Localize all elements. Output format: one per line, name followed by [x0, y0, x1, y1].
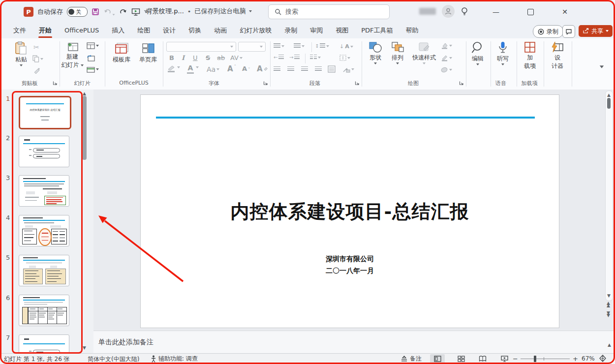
tab-view[interactable]: 视图	[329, 24, 355, 38]
paragraph-dialog-launcher[interactable]	[355, 81, 360, 86]
font-name-select[interactable]	[166, 42, 236, 52]
slideshow-view-button[interactable]	[497, 354, 512, 364]
quick-styles-button[interactable]: 快速样式	[410, 41, 438, 64]
text-shadow-button[interactable]: S	[206, 54, 210, 61]
undo-button[interactable]	[103, 8, 115, 16]
tab-slideshow[interactable]: 幻灯片放映	[233, 24, 278, 38]
maximize-button[interactable]	[523, 4, 538, 19]
font-dialog-launcher[interactable]	[263, 81, 268, 86]
tab-draw[interactable]: 绘图	[131, 24, 156, 38]
language-status[interactable]: 简体中文(中国大陆)	[88, 355, 139, 364]
text-highlight-button[interactable]	[167, 65, 175, 72]
align-right-button[interactable]	[301, 66, 308, 72]
notes-scroll-up-icon[interactable]: ▲	[608, 343, 611, 347]
arrange-button[interactable]: 排列	[388, 41, 407, 64]
dictate-button[interactable]: 听写	[491, 41, 515, 65]
close-button[interactable]: ✕	[557, 4, 572, 19]
thumbnail-scrollbar[interactable]: ▲ ▼	[81, 90, 89, 353]
tab-insert[interactable]: 插入	[105, 24, 131, 38]
tab-officeplus[interactable]: OfficePLUS	[58, 24, 105, 38]
tab-review[interactable]: 审阅	[304, 24, 329, 38]
smartart-convert-button[interactable]	[342, 66, 354, 73]
lightbulb-icon[interactable]	[461, 7, 468, 16]
character-spacing-button[interactable]: AV	[230, 54, 243, 61]
reading-view-button[interactable]	[475, 354, 490, 364]
redo-button[interactable]	[119, 8, 127, 16]
comments-button[interactable]	[562, 25, 575, 38]
shape-effects-button[interactable]	[441, 67, 452, 73]
new-slide-button[interactable]: 新建 幻灯片	[61, 41, 84, 69]
drawing-dialog-launcher[interactable]	[459, 81, 464, 86]
thumbnail-scrollbar-thumb[interactable]	[82, 96, 87, 160]
thumbnail-scroll-up-icon[interactable]: ▲	[83, 91, 86, 95]
tab-home[interactable]: 开始	[32, 24, 58, 38]
slide-thumbnail-7[interactable]	[19, 334, 69, 353]
notes-pane[interactable]: 单击此处添加备注 ▲	[93, 331, 615, 354]
search-input[interactable]: 搜索	[268, 4, 390, 19]
editing-button[interactable]: 编辑	[466, 41, 489, 65]
justify-button[interactable]	[315, 66, 322, 72]
font-color-button[interactable]: A	[187, 64, 194, 74]
shape-fill-button[interactable]	[441, 42, 452, 49]
main-scrollbar[interactable]: ▲ ▼	[605, 91, 613, 301]
increase-indent-button[interactable]: →	[289, 55, 300, 60]
designer-button[interactable]: 设计器	[545, 41, 570, 70]
slide-date[interactable]: 二〇一八年一月	[141, 267, 559, 275]
reset-slide-button[interactable]	[87, 54, 95, 61]
autosave-toggle[interactable]: 关	[67, 7, 88, 17]
slide-thumbnail-3[interactable]	[19, 175, 69, 207]
columns-button[interactable]	[310, 55, 321, 60]
grow-font-button[interactable]: Aˆ	[227, 64, 236, 73]
distribute-button[interactable]	[328, 65, 336, 73]
font-color-dropdown[interactable]	[196, 66, 199, 68]
document-title[interactable]: 背景纹理.p...	[146, 7, 184, 16]
underline-button[interactable]: U	[193, 54, 198, 61]
thumbnail-scroll-down-icon[interactable]: ▼	[83, 346, 86, 350]
slide-title[interactable]: 内控体系建设项目-总结汇报	[141, 199, 559, 224]
tab-design[interactable]: 设计	[156, 24, 182, 38]
clear-formatting-button[interactable]: A	[257, 64, 268, 73]
tab-transitions[interactable]: 切换	[182, 24, 208, 38]
tab-pdf-toolbox[interactable]: PDF工具箱	[355, 24, 399, 38]
minimize-button[interactable]: —	[489, 4, 503, 19]
paste-button[interactable]: 粘贴	[12, 41, 31, 66]
scroll-down-icon[interactable]: ▼	[607, 294, 611, 298]
section-button[interactable]	[87, 66, 99, 73]
format-painter-button[interactable]	[33, 67, 40, 74]
align-left-button[interactable]	[274, 66, 280, 72]
slide-sorter-view-button[interactable]	[454, 354, 468, 364]
share-button[interactable]: 共享	[579, 25, 613, 37]
align-center-button[interactable]	[287, 66, 294, 72]
italic-button[interactable]: I	[182, 54, 184, 61]
slide-thumbnail-1[interactable]: 内控体系建设项目-总结汇报	[19, 96, 71, 129]
text-direction-button[interactable]: ↓A	[339, 43, 353, 50]
slide-thumbnail-2[interactable]	[19, 136, 69, 167]
zoom-level[interactable]: 67%	[582, 355, 595, 362]
page-library-button[interactable]: 单页库	[136, 42, 160, 63]
record-button[interactable]: 录制	[533, 25, 563, 38]
bullets-button[interactable]	[274, 43, 284, 49]
shrink-font-button[interactable]: Aˇ	[242, 64, 250, 72]
decrease-indent-button[interactable]: ←	[274, 55, 284, 60]
notes-placeholder[interactable]: 单击此处添加备注	[98, 338, 154, 347]
bold-button[interactable]: B	[169, 54, 174, 61]
highlight-dropdown[interactable]	[177, 66, 180, 68]
font-size-select[interactable]	[238, 42, 266, 52]
line-spacing-button[interactable]: ↕	[315, 43, 329, 49]
shape-outline-button[interactable]	[441, 55, 452, 61]
fit-slide-to-window-button[interactable]	[598, 354, 607, 364]
template-library-button[interactable]: 模板库	[109, 42, 134, 63]
shapes-button[interactable]: 形状	[366, 41, 385, 64]
scroll-up-icon[interactable]: ▲	[607, 93, 611, 97]
clipboard-dialog-launcher[interactable]	[53, 81, 58, 86]
tab-record[interactable]: 录制	[278, 24, 304, 38]
normal-view-button[interactable]	[430, 354, 445, 364]
numbering-button[interactable]	[294, 43, 305, 49]
tab-animations[interactable]: 动画	[208, 24, 233, 38]
previous-slide-button[interactable]: ▲▲	[607, 302, 610, 307]
slide-counter[interactable]: 幻灯片 第 1 张, 共 26 张	[4, 355, 70, 364]
slide-thumbnail-6[interactable]	[19, 295, 69, 326]
zoom-slider-track[interactable]	[521, 359, 570, 359]
slide-company[interactable]: 深圳市有限公司	[141, 255, 559, 264]
accessibility-status[interactable]: 辅助功能: 调查	[151, 355, 198, 363]
